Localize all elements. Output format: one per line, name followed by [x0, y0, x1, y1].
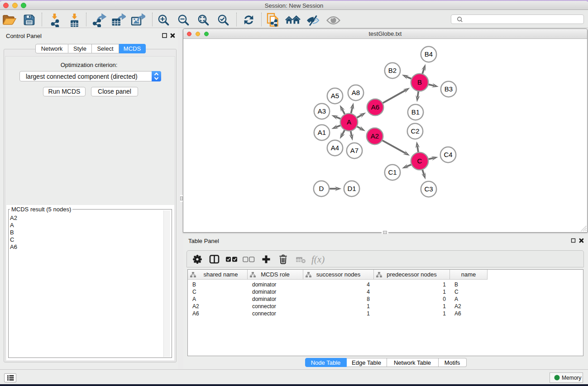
svg-text:B3: B3 — [445, 85, 453, 93]
svg-text:B1: B1 — [411, 108, 420, 116]
svg-text:B: B — [417, 78, 422, 86]
svg-text:A1: A1 — [318, 129, 326, 136]
svg-text:C2: C2 — [411, 127, 419, 135]
svg-text:A3: A3 — [318, 107, 326, 115]
svg-text:A6: A6 — [371, 103, 379, 111]
svg-text:A7: A7 — [350, 147, 359, 154]
svg-text:C1: C1 — [388, 168, 397, 176]
svg-text:B2: B2 — [388, 67, 397, 74]
svg-text:A8: A8 — [352, 89, 360, 96]
svg-text:C: C — [417, 157, 422, 165]
svg-text:B4: B4 — [425, 50, 433, 58]
svg-text:A: A — [347, 118, 351, 126]
svg-text:D1: D1 — [347, 185, 356, 192]
svg-text:D: D — [319, 185, 324, 192]
svg-text:A5: A5 — [331, 92, 339, 100]
svg-text:A4: A4 — [331, 144, 339, 152]
svg-text:A2: A2 — [371, 132, 379, 140]
svg-text:C4: C4 — [444, 151, 452, 158]
svg-text:C3: C3 — [424, 185, 433, 193]
